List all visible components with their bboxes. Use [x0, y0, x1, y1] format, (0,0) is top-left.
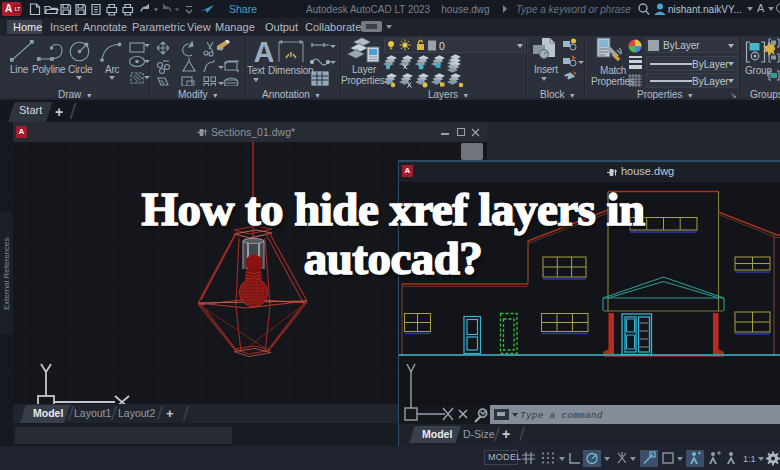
svg-text:1:1: 1:1	[743, 454, 756, 464]
